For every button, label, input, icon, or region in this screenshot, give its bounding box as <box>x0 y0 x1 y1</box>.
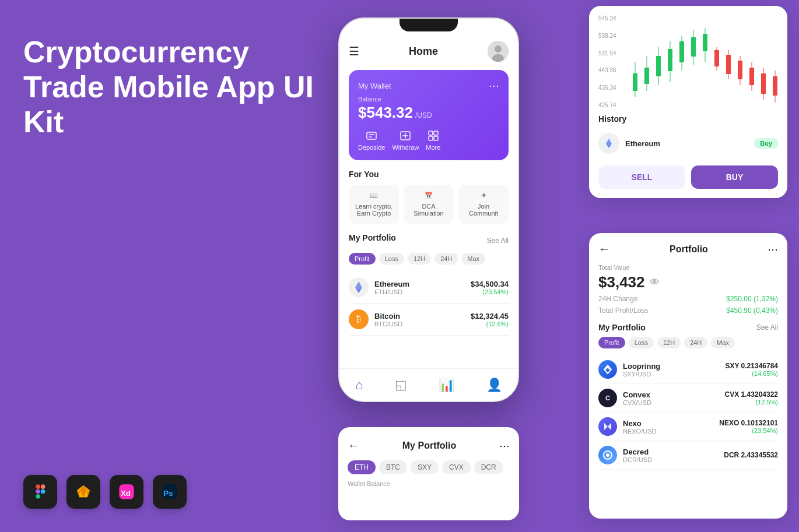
btc-icon: ₿ <box>349 309 369 329</box>
svg-rect-0 <box>36 484 40 489</box>
tab-cvx[interactable]: CVX <box>442 460 471 474</box>
withdraw-action[interactable]: Withdraw <box>392 130 419 151</box>
panel-menu[interactable]: ⋯ <box>768 243 778 256</box>
port-title: My Portfolio <box>598 323 646 332</box>
profit-loss-label: Total Profit/Loss <box>598 306 648 315</box>
cvx-icon: C <box>598 389 617 407</box>
btc-name: Bitcoin <box>374 312 402 320</box>
sketch-icon[interactable] <box>66 475 100 509</box>
btc-item[interactable]: ₿ Bitcoin BTC/USD $12,324.45 (12.6%) <box>349 304 509 336</box>
history-title: History <box>598 114 778 124</box>
deposit-label: Deposide <box>358 144 385 151</box>
history-item: Ethereum Buy <box>598 128 778 158</box>
learn-label: Learn crypto. Earn Crypto <box>353 203 394 217</box>
bottom-nav: ⌂ ◱ 📊 👤 <box>339 368 518 401</box>
nexo-item[interactable]: Nexo NEXO/USD NEXO 0.10132101 (23.54%) <box>598 413 778 441</box>
avatar[interactable] <box>488 41 509 62</box>
svg-rect-19 <box>434 131 438 135</box>
deposit-action[interactable]: Deposide <box>358 130 385 151</box>
eth-pair: ETH/USD <box>374 288 409 295</box>
filter-12h[interactable]: 12H <box>408 253 431 265</box>
filter-profit[interactable]: Profit <box>349 253 376 265</box>
loop-amount: SXY 0.21346784 <box>725 362 778 370</box>
balance-unit: /USD <box>415 111 432 119</box>
for-you-item-dca[interactable]: 📅 DCA Simulation <box>404 185 454 224</box>
cvx-change: (12.5%) <box>725 399 778 406</box>
figma-icon[interactable] <box>23 475 57 509</box>
see-all-link[interactable]: See All <box>487 237 509 245</box>
svg-rect-37 <box>714 50 719 66</box>
btc-pair: BTC/USD <box>374 320 402 327</box>
page-title: Cryptocurrency Trade Mobile App UI Kit <box>23 35 315 139</box>
filter-24h[interactable]: 24H <box>434 253 458 265</box>
dcr-name: Decred <box>623 448 652 456</box>
btc-change: (12.6%) <box>471 320 509 327</box>
port-see-all[interactable]: See All <box>756 323 778 332</box>
svg-point-14 <box>495 45 502 52</box>
port-filter-max[interactable]: Max <box>711 337 735 348</box>
looprinng-item[interactable]: Looprinng SXY/USD SXY 0.21346784 (14.65%… <box>598 355 778 384</box>
nexo-pair: NEXO/USD <box>623 428 656 435</box>
port-filter-12h[interactable]: 12H <box>657 337 681 348</box>
tools-row: Xd Ps <box>23 475 187 509</box>
filter-max[interactable]: Max <box>461 253 485 265</box>
phone-mockup: ☰ Home My Wallet ⋯ Balance <box>338 17 519 402</box>
profit-loss-value: $450.90 (0,43%) <box>726 306 778 315</box>
sell-button[interactable]: SELL <box>598 165 685 189</box>
home-title: Home <box>409 45 438 58</box>
tab-dcr[interactable]: DCR <box>474 460 503 474</box>
svg-rect-47 <box>773 76 777 96</box>
join-icon: ✈ <box>481 192 486 199</box>
history-eth-icon <box>598 133 619 154</box>
port-filter-profit[interactable]: Profit <box>598 337 625 348</box>
loop-pair: SXY/USD <box>623 371 660 378</box>
tab-eth[interactable]: ETH <box>348 460 376 474</box>
svg-marker-8 <box>87 490 90 497</box>
port-filter-tabs: Profit Loss 12H 24H Max <box>598 337 778 348</box>
eth-item[interactable]: Ethereum ETH/USD $34,500.34 (23.54%) <box>349 272 509 304</box>
myport-back-button[interactable]: ← <box>348 439 359 452</box>
svg-rect-29 <box>668 49 672 71</box>
tab-btc[interactable]: BTC <box>379 460 407 474</box>
port-header: My Portfolio See All <box>598 323 778 332</box>
nexo-icon <box>598 417 617 436</box>
history-section: History Ethereum Buy <box>598 114 778 158</box>
ps-icon[interactable]: Ps <box>153 475 187 509</box>
filter-loss[interactable]: Loss <box>379 253 404 265</box>
buy-button[interactable]: BUY <box>691 165 778 189</box>
nav-chart[interactable]: 📊 <box>439 378 454 393</box>
filter-tabs: Profit Loss 12H 24H Max <box>349 253 509 265</box>
eye-icon[interactable]: 👁 <box>650 277 659 288</box>
dcr-item[interactable]: Decred DCR/USD DCR 2.43345532 <box>598 441 778 470</box>
svg-rect-1 <box>41 484 45 489</box>
dcr-icon <box>598 446 617 464</box>
svg-rect-27 <box>656 56 661 76</box>
eth-change: (23.54%) <box>471 288 509 295</box>
xd-icon[interactable]: Xd <box>110 475 143 509</box>
loop-change: (14.65%) <box>725 370 778 377</box>
nav-wallet[interactable]: ◱ <box>395 378 407 393</box>
eth-price: $34,500.34 <box>471 280 509 288</box>
for-you-item-join[interactable]: ✈ Join Communit <box>458 185 509 224</box>
withdraw-label: Withdraw <box>392 144 419 151</box>
nav-home[interactable]: ⌂ <box>355 378 363 393</box>
hamburger-menu[interactable]: ☰ <box>349 44 359 58</box>
wallet-menu[interactable]: ⋯ <box>489 79 499 92</box>
more-action[interactable]: More <box>426 130 440 151</box>
balance-amount: $543.32 <box>358 104 413 122</box>
portfolio-title: My Portfolio <box>349 233 396 242</box>
nav-profile[interactable]: 👤 <box>486 378 502 393</box>
nexo-name: Nexo <box>623 419 656 428</box>
tab-sxy[interactable]: SXY <box>411 460 439 474</box>
for-you-item-learn[interactable]: 📖 Learn crypto. Earn Crypto <box>349 185 399 224</box>
phone-notch <box>400 19 458 31</box>
port-filter-loss[interactable]: Loss <box>629 337 654 348</box>
convex-item[interactable]: C Convex CVX/USD CVX 1.43204322 (12.5%) <box>598 384 778 413</box>
myport-menu[interactable]: ⋯ <box>499 439 510 452</box>
port-filter-24h[interactable]: 24H <box>684 337 707 348</box>
back-button[interactable]: ← <box>598 242 610 256</box>
dca-icon: 📅 <box>425 192 433 199</box>
eth-name: Ethereum <box>374 280 409 288</box>
svg-rect-23 <box>633 73 637 91</box>
dcr-amount: DCR 2.43345532 <box>724 451 778 459</box>
